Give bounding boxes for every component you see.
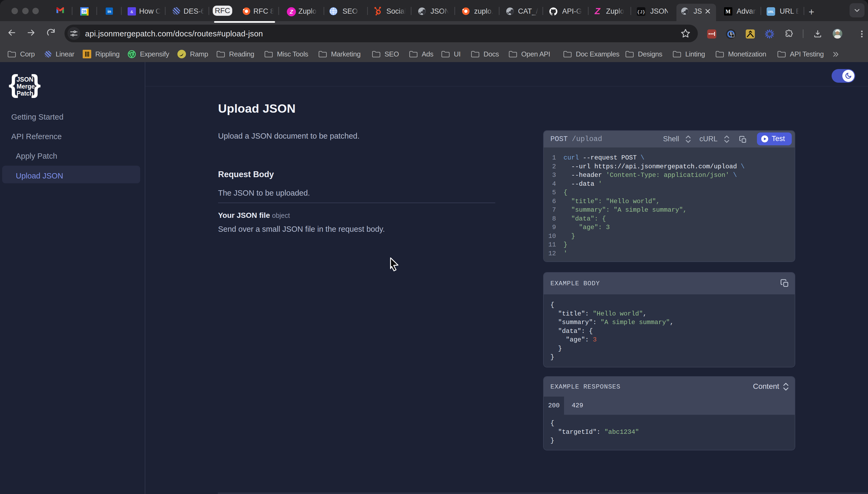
svg-text:M: M bbox=[726, 8, 731, 15]
svg-text:Z: Z bbox=[290, 9, 293, 15]
svg-text:E: E bbox=[131, 53, 133, 56]
svg-text:16: 16 bbox=[82, 9, 86, 13]
svg-text:Z: Z bbox=[595, 7, 601, 16]
svg-text:URL: URL bbox=[768, 10, 774, 13]
svg-text:&: & bbox=[130, 10, 133, 14]
svg-text:{J}: {J} bbox=[637, 10, 645, 15]
svg-text:in: in bbox=[108, 9, 111, 14]
